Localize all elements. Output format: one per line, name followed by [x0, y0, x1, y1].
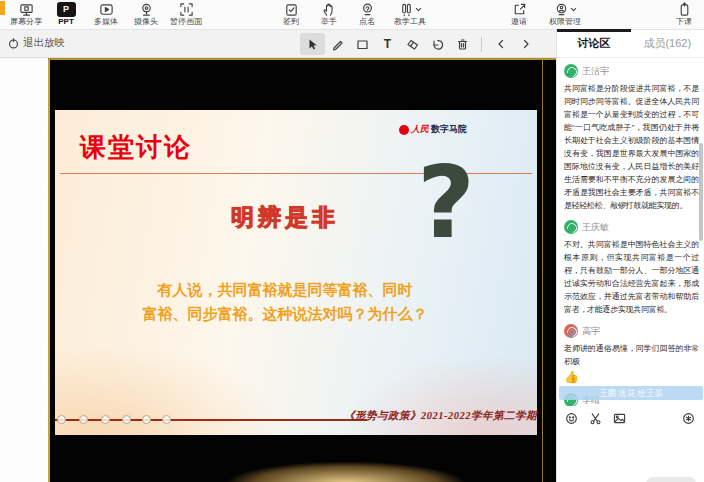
exit-slideshow-button[interactable]: 退出放映 — [8, 36, 65, 50]
chat-input-bar — [557, 408, 704, 430]
cursor-tool-button[interactable] — [300, 33, 325, 55]
screenshot-button[interactable] — [589, 411, 602, 429]
rectangle-tool-button[interactable] — [350, 33, 375, 55]
chevron-down-icon — [415, 6, 422, 13]
window-accent — [0, 1, 5, 15]
multimedia-label: 多媒体 — [94, 17, 118, 27]
question-mark-graphic: ? — [417, 160, 475, 245]
send-flower-button[interactable] — [682, 411, 695, 429]
slide-bottom-glow — [206, 452, 486, 482]
message-list[interactable]: 王洁宇 共同富裕是分阶段促进共同富裕，不是同时同步同等富裕。促进全体人民共同富裕… — [557, 58, 704, 406]
emoji-icon — [565, 412, 578, 425]
slide-title: 课堂讨论 — [80, 130, 192, 165]
toolbar-divider — [481, 37, 482, 52]
page-dot — [142, 415, 151, 424]
page-dot — [122, 415, 131, 424]
slide: 课堂讨论 人民 数字马院 明辨是非 ? 有人说，共同富裕就是同等富裕、同时 富裕… — [48, 58, 556, 482]
presentation-stage: 课堂讨论 人民 数字马院 明辨是非 ? 有人说，共同富裕就是同等富裕、同时 富裕… — [0, 58, 556, 482]
undo-icon — [431, 38, 444, 51]
emoji-button[interactable] — [565, 411, 578, 429]
screen-share-label: 屏幕分享 — [10, 17, 42, 27]
eraser-icon — [406, 38, 419, 51]
message-header: 王洁宇 — [564, 64, 699, 78]
tab-members[interactable]: 成员(162) — [631, 30, 704, 57]
image-button[interactable] — [613, 411, 626, 429]
permission-icon — [554, 2, 569, 17]
roll-call-button[interactable]: 点名 — [348, 1, 386, 29]
sign-in-icon — [284, 1, 299, 17]
exit-slideshow-label: 退出放映 — [23, 36, 65, 50]
top-toolbar: 屏幕分享 P PPT 多媒体 摄像头 — [0, 0, 704, 30]
page-dot — [101, 415, 110, 424]
toolbar-group-left: 屏幕分享 P PPT 多媒体 摄像头 — [6, 1, 206, 29]
app-window: 屏幕分享 P PPT 多媒体 摄像头 — [0, 0, 704, 482]
teaching-tools-button[interactable]: 教学工具 — [386, 1, 434, 29]
teaching-tools-icon — [399, 2, 414, 17]
page-dot — [162, 415, 171, 424]
sign-in-button[interactable]: 签到 — [272, 1, 310, 29]
roll-call-label: 点名 — [359, 17, 375, 27]
invite-icon — [512, 1, 527, 17]
clear-annotations-button[interactable] — [450, 33, 475, 55]
ppt-label: PPT — [58, 17, 74, 27]
message-author: 王庆敏 — [582, 221, 609, 234]
presentation-subbar: 退出放映 T — [0, 30, 556, 58]
invite-button[interactable]: 邀请 — [500, 1, 538, 29]
toolbar-group-center: 签到 举手 点名 教学工具 — [272, 1, 434, 29]
prev-slide-button[interactable] — [488, 33, 513, 55]
rectangle-icon — [356, 38, 369, 51]
pause-screen-label: 暂停画面 — [170, 17, 202, 27]
slide-body-line-1: 有人说，共同富裕就是同等富裕、同时 — [55, 278, 515, 302]
tab-discussion[interactable]: 讨论区 — [557, 30, 631, 57]
next-slide-button[interactable] — [513, 33, 538, 55]
panel-tabs: 讨论区 成员(162) — [556, 30, 704, 58]
text-tool-icon: T — [384, 37, 391, 51]
pause-screen-icon — [179, 1, 194, 17]
chevron-left-icon — [495, 38, 507, 50]
scissors-icon — [589, 412, 602, 425]
camera-icon — [139, 1, 154, 17]
class-end-button[interactable]: 下课 — [666, 1, 702, 29]
invite-label: 邀请 — [511, 17, 527, 27]
undo-tool-button[interactable] — [425, 33, 450, 55]
screen-share-button[interactable]: 屏幕分享 — [6, 1, 46, 29]
message-author: 王洁宇 — [582, 65, 609, 78]
slide-gold-border-right — [542, 60, 543, 482]
annotation-toolbar: T — [300, 33, 538, 55]
class-end-icon — [677, 1, 692, 17]
message-author: 高宇 — [582, 325, 600, 338]
brand-logo: 人民 数字马院 — [399, 123, 467, 136]
message-header: 高宇 — [564, 324, 699, 338]
chevron-right-icon — [520, 38, 532, 50]
pause-screen-button[interactable]: 暂停画面 — [166, 1, 206, 29]
chat-scrollbar[interactable] — [699, 143, 703, 241]
send-button[interactable] — [646, 477, 696, 482]
brand-logo-icon — [399, 125, 409, 135]
raise-hand-button[interactable]: 举手 — [310, 1, 348, 29]
message-text: 老师讲的通俗易懂，同学们回答的非常积极 — [564, 342, 699, 368]
cursor-icon — [306, 38, 319, 51]
slide-content: 课堂讨论 人民 数字马院 明辨是非 ? 有人说，共同富裕就是同等富裕、同时 富裕… — [55, 110, 537, 435]
camera-button[interactable]: 摄像头 — [126, 1, 166, 29]
teaching-tools-label: 教学工具 — [394, 17, 426, 27]
image-icon — [613, 412, 626, 425]
multimedia-button[interactable]: 多媒体 — [86, 1, 126, 29]
ppt-icon: P — [57, 1, 76, 17]
camera-label: 摄像头 — [134, 17, 158, 27]
sign-in-label: 签到 — [283, 17, 299, 27]
permission-button[interactable]: 权限管理 — [538, 1, 592, 29]
pen-tool-button[interactable] — [325, 33, 350, 55]
chevron-down-icon — [570, 6, 577, 13]
eraser-tool-button[interactable] — [400, 33, 425, 55]
message-text: 共同富裕是分阶段促进共同富裕，不是同时同步同等富裕。促进全体人民共同富裕是一个从… — [564, 82, 699, 212]
slide-body-line-2: 富裕、同步富裕。这种说法对吗？为什么？ — [55, 302, 515, 326]
discussion-panel: 王洁宇 共同富裕是分阶段促进共同富裕，不是同时同步同等富裕。促进全体人民共同富裕… — [556, 58, 704, 482]
exit-slideshow-icon — [8, 38, 19, 49]
slide-body-text: 有人说，共同富裕就是同等富裕、同时 富裕、同步富裕。这种说法对吗？为什么？ — [55, 278, 515, 327]
avatar — [564, 220, 578, 234]
gift-notification: 王鹏 送花 给王晏 — [559, 386, 703, 400]
brand-logo-people: 人民 — [411, 123, 429, 136]
screen-share-icon — [19, 1, 34, 17]
ppt-button[interactable]: P PPT — [46, 1, 86, 29]
text-tool-button[interactable]: T — [375, 33, 400, 55]
